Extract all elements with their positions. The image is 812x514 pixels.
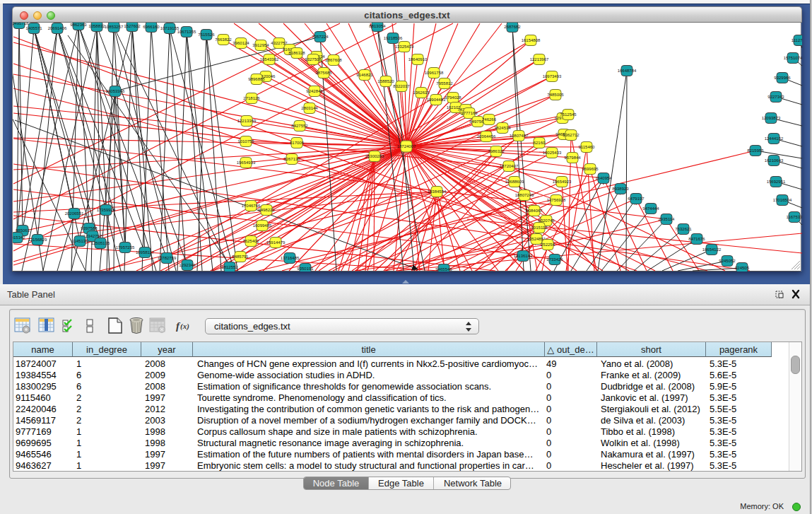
svg-text:9327508: 9327508	[305, 57, 322, 62]
svg-text:(x): (x)	[180, 322, 189, 331]
svg-text:16210643: 16210643	[765, 158, 784, 163]
svg-text:7955812: 7955812	[436, 81, 453, 86]
svg-text:17359924: 17359924	[97, 208, 116, 212]
svg-text:10025433: 10025433	[543, 151, 562, 155]
svg-text:7986322: 7986322	[488, 149, 505, 153]
svg-text:6479197: 6479197	[628, 197, 645, 201]
svg-text:8813054: 8813054	[369, 24, 386, 28]
svg-text:10671355: 10671355	[177, 30, 196, 34]
svg-text:1015112: 1015112	[531, 226, 548, 230]
svg-text:16543362: 16543362	[260, 57, 279, 62]
svg-text:18807249: 18807249	[515, 193, 534, 197]
svg-text:25300283: 25300283	[365, 154, 384, 158]
svg-text:7632621: 7632621	[675, 227, 692, 231]
svg-text:7663822: 7663822	[215, 37, 232, 42]
svg-text:17957255: 17957255	[116, 245, 135, 250]
svg-text:8938923: 8938923	[612, 187, 629, 191]
svg-text:18720407: 18720407	[500, 164, 519, 168]
svg-text:18640910: 18640910	[408, 57, 428, 62]
svg-text:924505: 924505	[735, 266, 750, 270]
svg-text:3624534: 3624534	[494, 126, 511, 130]
svg-text:5362712: 5362712	[563, 133, 579, 137]
svg-text:20206551: 20206551	[65, 211, 84, 216]
svg-text:10958117: 10958117	[136, 250, 155, 255]
svg-text:19218506: 19218506	[384, 36, 403, 40]
svg-text:8427552: 8427552	[291, 124, 308, 128]
svg-text:9699695: 9699695	[582, 167, 599, 171]
svg-text:1167533: 1167533	[787, 215, 802, 219]
svg-text:12093873: 12093873	[762, 116, 781, 120]
svg-text:8322037: 8322037	[393, 84, 410, 88]
svg-text:7512545: 7512545	[560, 112, 577, 117]
svg-text:1292346: 1292346	[179, 263, 196, 267]
svg-text:20495718: 20495718	[13, 23, 29, 25]
svg-text:12213967: 12213967	[530, 57, 549, 62]
svg-text:9242848: 9242848	[306, 89, 323, 93]
svg-text:9115460: 9115460	[579, 145, 596, 149]
svg-text:62160: 62160	[534, 141, 546, 145]
svg-text:7625402: 7625402	[242, 239, 259, 243]
svg-text:20364456: 20364456	[477, 134, 496, 139]
svg-text:252254: 252254	[541, 243, 555, 247]
svg-text:1527602: 1527602	[124, 24, 141, 28]
svg-text:9474444: 9474444	[642, 206, 659, 211]
svg-text:7357224: 7357224	[312, 35, 329, 39]
svg-text:15751074: 15751074	[784, 56, 802, 60]
svg-text:17016504: 17016504	[773, 198, 792, 202]
svg-text:20691406: 20691406	[48, 26, 67, 30]
svg-text:10688609: 10688609	[505, 180, 524, 184]
svg-text:2687682: 2687682	[504, 25, 521, 29]
svg-text:9245052: 9245052	[719, 259, 736, 263]
svg-text:13756928: 13756928	[547, 198, 566, 202]
svg-text:10654122: 10654122	[702, 247, 722, 252]
svg-text:9485791: 9485791	[232, 255, 249, 259]
svg-text:10782759: 10782759	[158, 256, 177, 260]
svg-text:10807487: 10807487	[510, 134, 529, 138]
svg-text:8186328: 8186328	[288, 51, 305, 55]
svg-text:9862363: 9862363	[70, 23, 87, 27]
svg-text:10973493: 10973493	[543, 74, 562, 78]
svg-text:6966160: 6966160	[143, 25, 160, 29]
svg-text:1010755: 1010755	[237, 139, 254, 144]
svg-text:12213369: 12213369	[237, 119, 257, 123]
svg-text:2803144: 2803144	[301, 106, 318, 110]
svg-text:12156829: 12156829	[28, 238, 47, 242]
svg-text:9579844: 9579844	[564, 156, 581, 160]
svg-text:10853257: 10853257	[105, 25, 124, 29]
svg-text:9329966: 9329966	[774, 76, 791, 80]
svg-text:7485005: 7485005	[547, 93, 564, 97]
svg-text:9084067: 9084067	[526, 209, 543, 213]
svg-text:1058832: 1058832	[88, 24, 105, 28]
svg-text:16099485: 16099485	[253, 223, 272, 228]
svg-text:1112733: 1112733	[792, 38, 802, 42]
svg-text:2935114: 2935114	[659, 217, 676, 221]
svg-text:6794028: 6794028	[445, 95, 461, 100]
svg-text:16648784: 16648784	[618, 69, 637, 73]
svg-text:9896885: 9896885	[248, 77, 265, 81]
svg-text:8215955: 8215955	[747, 148, 764, 153]
svg-text:1405571: 1405571	[25, 26, 42, 30]
svg-text:9465546: 9465546	[435, 267, 452, 271]
svg-text:10961758: 10961758	[425, 71, 444, 75]
svg-text:746266: 746266	[482, 117, 497, 122]
svg-text:9227343: 9227343	[767, 95, 784, 99]
svg-text:19904483: 19904483	[427, 98, 446, 102]
svg-text:9397588: 9397588	[81, 226, 98, 230]
svg-text:19654933: 19654933	[237, 160, 256, 165]
svg-text:1812552: 1812552	[221, 265, 238, 269]
svg-text:19654923: 19654923	[553, 180, 572, 184]
svg-text:1145134: 1145134	[72, 239, 89, 243]
svg-text:1362615: 1362615	[413, 90, 430, 95]
svg-text:15692951: 15692951	[767, 180, 786, 184]
svg-text:13325419: 13325419	[395, 45, 414, 49]
svg-text:12444152: 12444152	[765, 136, 784, 141]
svg-text:7515526: 7515526	[198, 33, 215, 37]
svg-text:16154808: 16154808	[522, 38, 541, 42]
svg-text:3267130: 3267130	[283, 157, 300, 161]
svg-text:3960124: 3960124	[233, 41, 249, 45]
svg-text:2867608: 2867608	[325, 58, 342, 62]
svg-text:8471676: 8471676	[688, 237, 705, 241]
svg-text:9350191: 9350191	[297, 267, 314, 271]
svg-text:18724007: 18724007	[397, 144, 416, 148]
svg-text:19384554: 19384554	[428, 189, 447, 194]
